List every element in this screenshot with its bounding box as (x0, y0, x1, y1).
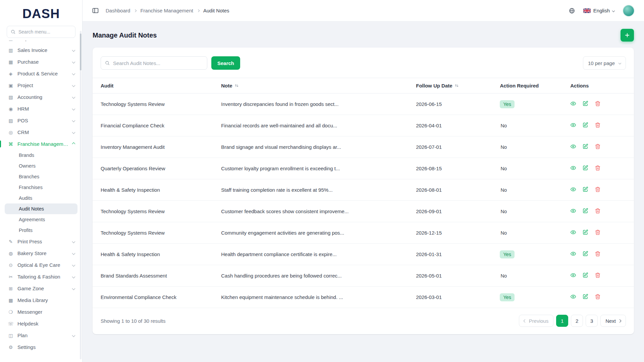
action-required-cell: No (496, 136, 566, 158)
edit-button[interactable] (582, 101, 588, 107)
edit-button[interactable] (582, 229, 588, 235)
sidebar-item-label: Audit Notes (19, 206, 44, 212)
page-header: Manage Audit Notes (83, 21, 644, 48)
audit-notes-search-input[interactable] (101, 56, 207, 70)
sidebar-item-label: Purchase (17, 59, 39, 65)
edit-button[interactable] (582, 251, 588, 257)
delete-button[interactable] (595, 186, 601, 192)
view-button[interactable] (570, 294, 576, 300)
sidebar-item[interactable]: ⚙ Settings (5, 341, 77, 353)
edit-button[interactable] (582, 208, 588, 214)
row-actions-cell (566, 201, 634, 222)
view-button[interactable] (570, 208, 576, 214)
next-label: Next (605, 318, 616, 324)
view-button[interactable] (570, 122, 576, 128)
sidebar-item-label: Brands (19, 153, 34, 158)
delete-button[interactable] (595, 294, 601, 300)
sidebar-item-label: Messenger (17, 309, 42, 315)
sidebar-item[interactable]: ▦ Purchase (5, 56, 77, 68)
row-actions-cell (566, 244, 634, 265)
app-logo[interactable]: DASH (0, 0, 82, 25)
eye-icon (570, 272, 576, 278)
sidebar-item[interactable]: Owners (5, 161, 77, 171)
sidebar-item[interactable]: ◍ Bakery Store (5, 247, 77, 259)
row-actions-cell (566, 222, 634, 244)
action-required-badge: No (500, 186, 507, 194)
action-required-cell: No (496, 222, 566, 244)
sidebar-item[interactable]: ▨ POS (5, 115, 77, 126)
delete-button[interactable] (595, 165, 601, 171)
sidebar-item[interactable]: ◫ Plan (5, 329, 77, 341)
sidebar-item[interactable]: ◎ CRM (5, 126, 77, 138)
sidebar-item[interactable]: Agreements (5, 214, 77, 225)
add-audit-note-button[interactable] (621, 29, 634, 42)
view-button[interactable] (570, 101, 576, 107)
sidebar-item[interactable]: ▧ Accounting (5, 91, 77, 103)
sidebar-item[interactable]: ▣ Project (5, 79, 77, 91)
view-button[interactable] (570, 251, 576, 257)
sidebar-item[interactable]: Profits (5, 225, 77, 236)
sidebar-item[interactable]: ◉ HRM (5, 103, 77, 115)
sidebar-item[interactable]: ▥ Sales Invoice (5, 44, 77, 56)
language-selector[interactable]: English (581, 7, 616, 14)
chevron-down-icon (72, 72, 75, 75)
menu-search-input[interactable] (7, 26, 75, 38)
view-button[interactable] (570, 165, 576, 171)
sidebar-toggle-button[interactable] (92, 7, 99, 14)
edit-button[interactable] (582, 272, 588, 278)
delete-button[interactable] (595, 208, 601, 214)
sidebar-item[interactable]: ◈ Product & Service (5, 68, 77, 79)
sidebar-item[interactable]: ⌘ Franchise Management (5, 138, 77, 150)
breadcrumb-franchise-management[interactable]: Franchise Management (140, 8, 193, 13)
page-number-button[interactable]: 2 (571, 315, 583, 327)
edit-button[interactable] (582, 165, 588, 171)
sidebar-item[interactable]: Brands (5, 150, 77, 161)
previous-page-button[interactable]: Previous (519, 315, 553, 327)
page-number-button[interactable]: 3 (586, 315, 598, 327)
delete-button[interactable] (595, 229, 601, 235)
page-number-button[interactable]: 1 (556, 315, 568, 327)
row-actions-cell (566, 94, 634, 115)
view-button[interactable] (570, 143, 576, 149)
sidebar-item[interactable]: Branches (5, 171, 77, 182)
sort-icon[interactable] (454, 83, 459, 88)
delete-button[interactable] (595, 101, 601, 107)
search-button[interactable]: Search (211, 56, 240, 70)
action-required-cell: No (496, 265, 566, 287)
sidebar-item[interactable]: Audit Notes (5, 203, 77, 214)
sidebar-scrollbar[interactable] (80, 31, 82, 359)
breadcrumb-dashboard[interactable]: Dashboard (106, 8, 130, 13)
sidebar-item[interactable]: ▤ Proposal (5, 41, 77, 44)
view-button[interactable] (570, 229, 576, 235)
edit-button[interactable] (582, 143, 588, 149)
delete-button[interactable] (595, 251, 601, 257)
sort-icon[interactable] (234, 83, 239, 88)
trash-icon (595, 251, 601, 257)
delete-button[interactable] (595, 122, 601, 128)
edit-button[interactable] (582, 122, 588, 128)
sidebar-toggle-icon (92, 7, 99, 14)
sidebar-item[interactable]: ▩ Media Library (5, 294, 77, 306)
per-page-select[interactable]: 10 per page (583, 56, 626, 70)
sidebar-item[interactable]: ✎ Print Press (5, 236, 77, 247)
edit-button[interactable] (582, 186, 588, 192)
avatar[interactable] (623, 5, 635, 17)
sidebar-item-icon: ▣ (7, 83, 14, 88)
delete-button[interactable] (595, 272, 601, 278)
view-button[interactable] (570, 272, 576, 278)
sidebar-item[interactable]: ☏ Helpdesk (5, 318, 77, 329)
sidebar-item-icon: ☏ (7, 321, 14, 326)
delete-button[interactable] (595, 143, 601, 149)
globe-button[interactable] (569, 7, 575, 14)
sidebar-scrollbar-thumb[interactable] (80, 34, 82, 70)
table-row: Financial Compliance Check Financial rec… (93, 115, 634, 136)
sidebar-item[interactable]: ⊞ Game Zone (5, 283, 77, 294)
edit-button[interactable] (582, 294, 588, 300)
next-page-button[interactable]: Next (600, 315, 626, 327)
view-button[interactable] (570, 186, 576, 192)
sidebar-item[interactable]: ⊙ Optical & Eye Care (5, 259, 77, 271)
sidebar-item[interactable]: ❍ Messenger (5, 306, 77, 318)
sidebar-item[interactable]: Audits (5, 193, 77, 203)
sidebar-item[interactable]: ✂ Tailoring & Fashion (5, 271, 77, 283)
sidebar-item[interactable]: Franchises (5, 182, 77, 193)
